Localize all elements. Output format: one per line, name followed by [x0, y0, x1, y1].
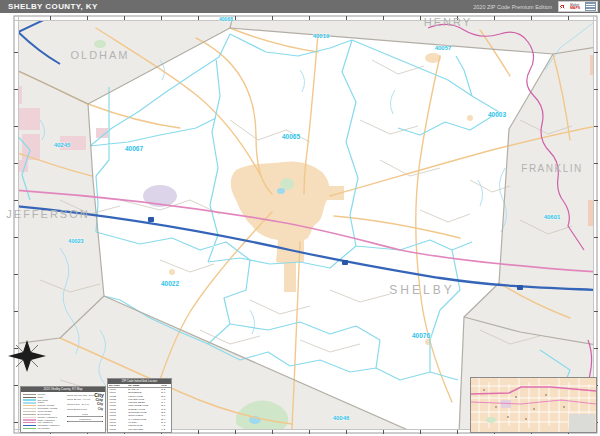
zip-label-40076: 40076	[412, 332, 430, 339]
county-label-jefferson: JEFFERSON	[6, 208, 89, 220]
legend-city-items: Cities 100,000 and AboveCityCities 25,00…	[67, 392, 105, 431]
county-map-canvas	[0, 0, 600, 436]
map-area: OLDHAMHENRYFRANKLINJEFFERSONSHELBYSPENCE…	[0, 0, 600, 436]
map-title: SHELBY COUNTY, KY	[8, 2, 98, 11]
scale-bar-miles: Miles	[67, 413, 103, 417]
legend-city-item: Cities Below 5,000City	[67, 407, 103, 412]
compass-rose-icon	[6, 338, 50, 374]
zip-label-40245: 40245	[54, 142, 71, 148]
zip-label-40057: 40057	[435, 45, 452, 51]
zip-label-40065: 40065	[282, 133, 300, 140]
zip-label-40003: 40003	[488, 111, 506, 118]
edition-label: 2020 ZIP Code Premium Edition	[473, 4, 552, 10]
downtown-inset-map	[470, 377, 597, 433]
zip-table-row: 40601FRANKFORTF-2	[108, 428, 171, 431]
logo-brand-line2: MAPS	[570, 7, 580, 10]
county-label-henry: HENRY	[424, 16, 472, 28]
publisher-logo: Market MAPS	[558, 1, 598, 12]
zip-index-table: ZIP Code Index/Grid Locator ZIP CodeZIP …	[107, 378, 172, 433]
county-label-shelby: SHELBY	[389, 283, 454, 297]
legend-road-items: CountyStateZIP CodeWaterPrimary RoadsSec…	[21, 392, 67, 431]
legend-panel: 2020 Shelby County, KY Map CountyStateZI…	[20, 386, 106, 433]
county-label-oldham: OLDHAM	[70, 49, 129, 61]
logo-emblem	[585, 2, 596, 11]
zip-label-40023: 40023	[68, 238, 83, 244]
title-bar: SHELBY COUNTY, KY 2020 ZIP Code Premium …	[0, 0, 600, 13]
zip-label-40022: 40022	[161, 280, 179, 287]
map-poster: OLDHAMHENRYFRANKLINJEFFERSONSHELBYSPENCE…	[0, 0, 600, 436]
zip-label-40601: 40601	[544, 214, 561, 220]
county-label-franklin: FRANKLIN	[521, 163, 582, 174]
logo-target-icon	[560, 4, 565, 9]
zip-table-body: 40003BAGDADE-240019EMINENCED-140022FINCH…	[108, 387, 171, 430]
zip-label-40068: 40068	[219, 16, 233, 22]
zip-label-40019: 40019	[313, 33, 330, 39]
zip-label-40067: 40067	[125, 145, 143, 152]
scale-bar-kilometers: Kilometers	[67, 418, 103, 422]
legend-item: Toll Roads	[23, 427, 65, 430]
logo-brand: Market MAPS	[570, 4, 580, 10]
zip-label-40046: 40046	[333, 415, 350, 421]
